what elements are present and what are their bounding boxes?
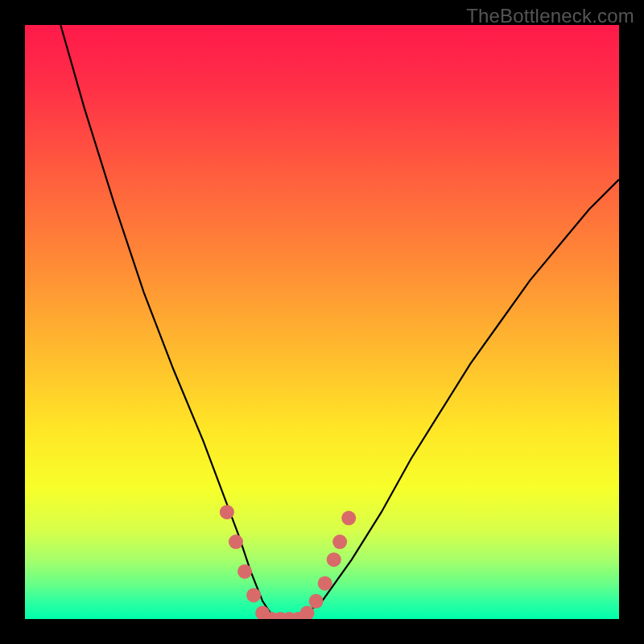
chart-svg [25,25,619,619]
marker-dot [220,505,234,519]
marker-dot [341,511,356,526]
marker-dot [327,552,341,567]
marker-dot [318,576,332,591]
marker-dot [332,535,347,549]
chart-frame: TheBottleneck.com [0,0,644,644]
plot-area [25,25,619,619]
gradient-background [25,25,619,619]
marker-dot [237,564,252,579]
marker-dot [229,535,243,549]
marker-dot [309,594,324,609]
marker-dot [246,588,261,602]
watermark-text: TheBottleneck.com [466,5,634,27]
